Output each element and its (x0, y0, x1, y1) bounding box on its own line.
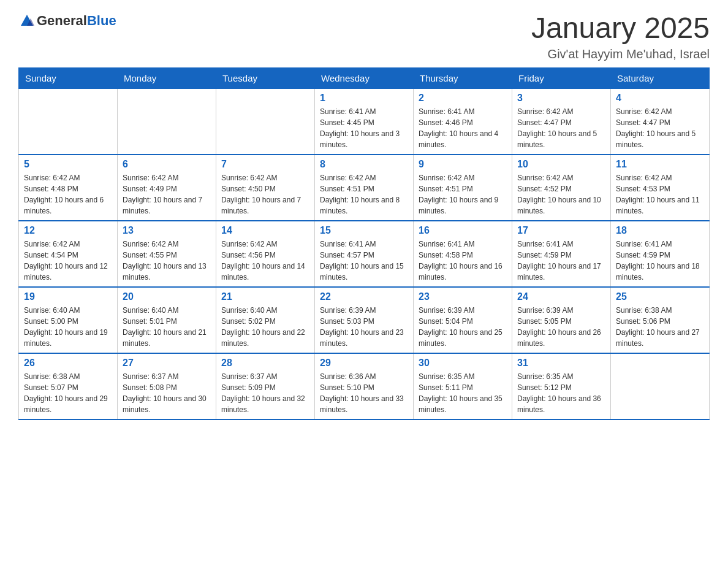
logo-icon (18, 12, 36, 29)
calendar-cell: 25Sunrise: 6:38 AMSunset: 5:06 PMDayligh… (611, 287, 710, 353)
day-info: Sunrise: 6:41 AMSunset: 4:58 PMDaylight:… (419, 239, 507, 283)
calendar-cell: 4Sunrise: 6:42 AMSunset: 4:47 PMDaylight… (611, 88, 710, 155)
calendar-cell: 20Sunrise: 6:40 AMSunset: 5:01 PMDayligh… (118, 287, 216, 353)
day-info: Sunrise: 6:41 AMSunset: 4:57 PMDaylight:… (320, 239, 408, 283)
day-info: Sunrise: 6:42 AMSunset: 4:47 PMDaylight:… (616, 106, 704, 150)
weekday-header-row: SundayMondayTuesdayWednesdayThursdayFrid… (19, 67, 710, 88)
day-info: Sunrise: 6:39 AMSunset: 5:05 PMDaylight:… (517, 305, 605, 349)
day-number: 6 (123, 159, 211, 170)
calendar-cell: 5Sunrise: 6:42 AMSunset: 4:48 PMDaylight… (19, 155, 118, 221)
calendar-cell (216, 88, 315, 155)
day-info: Sunrise: 6:35 AMSunset: 5:12 PMDaylight:… (517, 371, 605, 415)
calendar-cell: 29Sunrise: 6:36 AMSunset: 5:10 PMDayligh… (315, 353, 414, 419)
day-info: Sunrise: 6:39 AMSunset: 5:03 PMDaylight:… (320, 305, 408, 349)
day-info: Sunrise: 6:40 AMSunset: 5:02 PMDaylight:… (221, 305, 309, 349)
day-number: 28 (221, 358, 309, 369)
weekday-header: Saturday (611, 67, 710, 88)
calendar-cell: 8Sunrise: 6:42 AMSunset: 4:51 PMDaylight… (315, 155, 414, 221)
day-number: 27 (123, 358, 211, 369)
calendar-cell: 3Sunrise: 6:42 AMSunset: 4:47 PMDaylight… (512, 88, 611, 155)
calendar-cell: 7Sunrise: 6:42 AMSunset: 4:50 PMDaylight… (216, 155, 315, 221)
calendar-cell: 15Sunrise: 6:41 AMSunset: 4:57 PMDayligh… (315, 221, 414, 287)
day-info: Sunrise: 6:41 AMSunset: 4:59 PMDaylight:… (517, 239, 605, 283)
calendar-table: SundayMondayTuesdayWednesdayThursdayFrid… (18, 67, 710, 420)
day-info: Sunrise: 6:38 AMSunset: 5:07 PMDaylight:… (24, 371, 112, 415)
calendar-cell: 10Sunrise: 6:42 AMSunset: 4:52 PMDayligh… (512, 155, 611, 221)
page-header: General Blue January 2025 Giv'at Hayyim … (18, 12, 710, 61)
day-number: 5 (24, 159, 112, 170)
day-info: Sunrise: 6:42 AMSunset: 4:48 PMDaylight:… (24, 172, 112, 216)
calendar-cell: 22Sunrise: 6:39 AMSunset: 5:03 PMDayligh… (315, 287, 414, 353)
calendar-subtitle: Giv'at Hayyim Me'uhad, Israel (531, 47, 710, 61)
calendar-cell: 24Sunrise: 6:39 AMSunset: 5:05 PMDayligh… (512, 287, 611, 353)
day-number: 25 (616, 291, 704, 302)
day-number: 2 (419, 93, 507, 104)
calendar-cell: 17Sunrise: 6:41 AMSunset: 4:59 PMDayligh… (512, 221, 611, 287)
day-number: 29 (320, 358, 408, 369)
weekday-header: Friday (512, 67, 611, 88)
day-info: Sunrise: 6:42 AMSunset: 4:56 PMDaylight:… (221, 239, 309, 283)
calendar-cell: 12Sunrise: 6:42 AMSunset: 4:54 PMDayligh… (19, 221, 118, 287)
calendar-cell: 26Sunrise: 6:38 AMSunset: 5:07 PMDayligh… (19, 353, 118, 419)
logo-blue: Blue (87, 13, 116, 29)
day-number: 17 (517, 225, 605, 236)
day-number: 12 (24, 225, 112, 236)
day-number: 21 (221, 291, 309, 302)
day-number: 1 (320, 93, 408, 104)
day-number: 23 (419, 291, 507, 302)
day-info: Sunrise: 6:42 AMSunset: 4:51 PMDaylight:… (320, 172, 408, 216)
day-number: 19 (24, 291, 112, 302)
day-info: Sunrise: 6:37 AMSunset: 5:08 PMDaylight:… (123, 371, 211, 415)
title-block: January 2025 Giv'at Hayyim Me'uhad, Isra… (531, 12, 710, 61)
calendar-cell: 2Sunrise: 6:41 AMSunset: 4:46 PMDaylight… (414, 88, 512, 155)
calendar-cell (118, 88, 216, 155)
day-number: 11 (616, 159, 704, 170)
calendar-cell: 11Sunrise: 6:42 AMSunset: 4:53 PMDayligh… (611, 155, 710, 221)
calendar-cell: 14Sunrise: 6:42 AMSunset: 4:56 PMDayligh… (216, 221, 315, 287)
calendar-cell (19, 88, 118, 155)
day-info: Sunrise: 6:40 AMSunset: 5:00 PMDaylight:… (24, 305, 112, 349)
day-number: 26 (24, 358, 112, 369)
calendar-cell: 23Sunrise: 6:39 AMSunset: 5:04 PMDayligh… (414, 287, 512, 353)
day-info: Sunrise: 6:37 AMSunset: 5:09 PMDaylight:… (221, 371, 309, 415)
calendar-cell: 16Sunrise: 6:41 AMSunset: 4:58 PMDayligh… (414, 221, 512, 287)
weekday-header: Thursday (414, 67, 512, 88)
day-info: Sunrise: 6:42 AMSunset: 4:52 PMDaylight:… (517, 172, 605, 216)
day-number: 18 (616, 225, 704, 236)
day-info: Sunrise: 6:41 AMSunset: 4:45 PMDaylight:… (320, 106, 408, 150)
day-info: Sunrise: 6:42 AMSunset: 4:47 PMDaylight:… (517, 106, 605, 150)
day-number: 22 (320, 291, 408, 302)
calendar-week-row: 12Sunrise: 6:42 AMSunset: 4:54 PMDayligh… (19, 221, 710, 287)
weekday-header: Sunday (19, 67, 118, 88)
day-number: 3 (517, 93, 605, 104)
day-info: Sunrise: 6:35 AMSunset: 5:11 PMDaylight:… (419, 371, 507, 415)
day-number: 7 (221, 159, 309, 170)
logo: General Blue (18, 12, 116, 29)
logo-general: General (37, 13, 87, 29)
day-number: 31 (517, 358, 605, 369)
calendar-cell: 13Sunrise: 6:42 AMSunset: 4:55 PMDayligh… (118, 221, 216, 287)
calendar-cell: 9Sunrise: 6:42 AMSunset: 4:51 PMDaylight… (414, 155, 512, 221)
calendar-cell: 21Sunrise: 6:40 AMSunset: 5:02 PMDayligh… (216, 287, 315, 353)
weekday-header: Monday (118, 67, 216, 88)
calendar-cell: 30Sunrise: 6:35 AMSunset: 5:11 PMDayligh… (414, 353, 512, 419)
day-info: Sunrise: 6:42 AMSunset: 4:53 PMDaylight:… (616, 172, 704, 216)
day-info: Sunrise: 6:42 AMSunset: 4:50 PMDaylight:… (221, 172, 309, 216)
day-info: Sunrise: 6:38 AMSunset: 5:06 PMDaylight:… (616, 305, 704, 349)
calendar-week-row: 5Sunrise: 6:42 AMSunset: 4:48 PMDaylight… (19, 155, 710, 221)
day-number: 24 (517, 291, 605, 302)
day-info: Sunrise: 6:36 AMSunset: 5:10 PMDaylight:… (320, 371, 408, 415)
day-info: Sunrise: 6:42 AMSunset: 4:54 PMDaylight:… (24, 239, 112, 283)
day-number: 16 (419, 225, 507, 236)
day-number: 14 (221, 225, 309, 236)
calendar-cell: 31Sunrise: 6:35 AMSunset: 5:12 PMDayligh… (512, 353, 611, 419)
day-info: Sunrise: 6:41 AMSunset: 4:59 PMDaylight:… (616, 239, 704, 283)
day-number: 10 (517, 159, 605, 170)
calendar-cell: 19Sunrise: 6:40 AMSunset: 5:00 PMDayligh… (19, 287, 118, 353)
day-info: Sunrise: 6:39 AMSunset: 5:04 PMDaylight:… (419, 305, 507, 349)
day-number: 9 (419, 159, 507, 170)
day-info: Sunrise: 6:41 AMSunset: 4:46 PMDaylight:… (419, 106, 507, 150)
day-number: 30 (419, 358, 507, 369)
calendar-week-row: 26Sunrise: 6:38 AMSunset: 5:07 PMDayligh… (19, 353, 710, 419)
calendar-cell: 28Sunrise: 6:37 AMSunset: 5:09 PMDayligh… (216, 353, 315, 419)
